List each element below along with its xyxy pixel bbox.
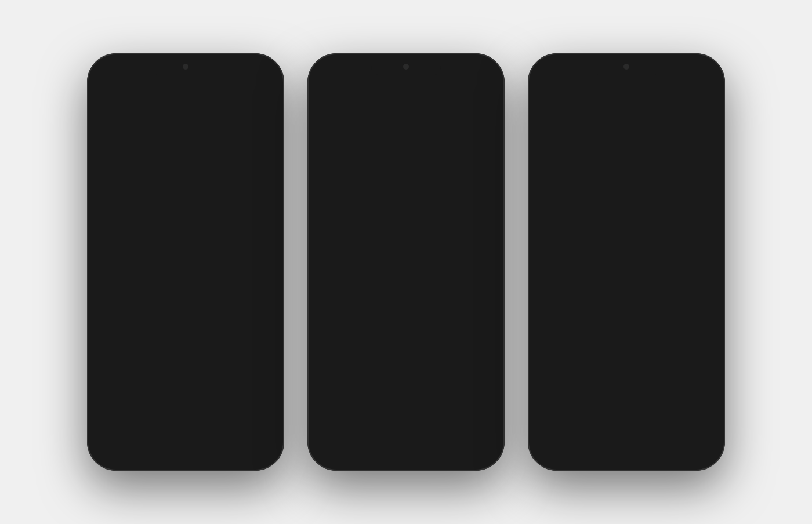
hero-image-2: CQC ★★★ OUTSTANDING The communityteam is…: [314, 127, 498, 243]
hospice-logo-small: ELH: [687, 227, 701, 234]
all-types-filter[interactable]: All types: [543, 202, 583, 215]
sky-bg: [94, 194, 277, 235]
email-suffix: for a chat!: [628, 187, 653, 194]
carousel-dot-2[interactable]: [400, 248, 404, 252]
twitter-share-button[interactable]: t: [137, 176, 150, 188]
events-title: Events: [535, 127, 718, 157]
support-us-label: SUPPORT US: [314, 256, 498, 271]
header-1: East Lancashire Hospice 🛒 ☰: [94, 75, 277, 101]
cart-icon-2[interactable]: 🛒: [463, 83, 474, 94]
event-date: 28 Oct 2019: [549, 310, 704, 316]
pinterest-share-button[interactable]: P: [154, 176, 166, 188]
cart-icon-1[interactable]: 🛒: [242, 83, 254, 94]
header-icons-2: 🛒 ☰: [463, 83, 490, 94]
screen-content-3: East Lancashire Hospice 🛒 ☰ Get in touch…: [535, 60, 718, 464]
phone-1: East Lancashire Hospice 🛒 ☰ Get in touch…: [87, 53, 284, 471]
doing-own-text: Doing your own thing?: [543, 187, 601, 194]
cqc-text: CQC ★★★ OUTSTANDING: [448, 132, 491, 136]
breadcrumb-1: Newsroom / 24 Sep 2019: [94, 127, 277, 140]
carousel-dot-4[interactable]: [415, 248, 419, 252]
action-bar-1: Get in touch DONATE: [94, 101, 277, 127]
svg-point-13: [332, 86, 338, 90]
menu-icon-2[interactable]: ☰: [481, 83, 490, 94]
menu-icon-3[interactable]: ☰: [702, 83, 710, 94]
share-count: 0: [186, 177, 200, 187]
get-in-touch-button-3[interactable]: Get in touch: [543, 106, 625, 122]
action-bar-3: Get in touch DONATE: [535, 101, 718, 127]
cqc-badge: CQC ★★★ OUTSTANDING: [445, 130, 494, 137]
people-silhouettes-2: [438, 279, 461, 302]
support-image-2: [407, 271, 492, 309]
facebook-share-button[interactable]: f: [121, 176, 134, 188]
filter-row: All types Upcoming: [535, 202, 718, 221]
event-name: Will Week 2019: [549, 300, 704, 308]
logo-area-2: East Lancashire Hospice: [322, 80, 373, 96]
svg-point-12: [324, 86, 329, 90]
upcoming-filter[interactable]: Upcoming: [588, 202, 632, 215]
will-title-text: Do you need to make a Will?: [549, 227, 644, 236]
header-2: East Lancashire Hospice 🛒 ☰: [314, 75, 498, 101]
svg-point-17: [544, 86, 550, 90]
person-silhouette-3: [438, 279, 448, 302]
support-images: [314, 271, 498, 309]
hero-tagline: Community support that's as individual a…: [324, 202, 488, 226]
will-text-overlay: Do you need to make a Will?: [549, 227, 644, 236]
hospice-sign-text: East Lancashire✿ Hospice: [221, 271, 261, 287]
email-us-link[interactable]: Email us: [602, 187, 626, 194]
get-in-touch-button-2[interactable]: Get in touch: [322, 106, 404, 122]
person-silhouette-2: [364, 279, 374, 302]
events-own-thing: Doing your own thing? Email us for a cha…: [535, 187, 718, 202]
people-silhouettes-1: [351, 279, 374, 302]
share-row-1: Share f t P + 0: [94, 176, 277, 194]
svg-point-15: [549, 81, 553, 87]
svg-point-11: [329, 89, 332, 95]
carousel-dot-3[interactable]: [408, 248, 412, 252]
person-head: [144, 210, 157, 223]
logo-flower-icon-1: [102, 80, 118, 96]
phone-screen-3: East Lancashire Hospice 🛒 ☰ Get in touch…: [535, 60, 718, 464]
logo-text-2: East Lancashire Hospice: [342, 80, 373, 96]
screen-content-1: East Lancashire Hospice 🛒 ☰ Get in touch…: [94, 60, 277, 464]
will-image-bg: Do you need to make a Will? East Will Te…: [543, 221, 709, 288]
person-silhouette: [140, 210, 160, 256]
hero-red-section: Community support that's as individual a…: [314, 185, 498, 243]
donate-button-3[interactable]: DONATE: [628, 106, 710, 122]
article-image-inner: East Lancashire✿ Hospice: [94, 194, 277, 296]
phone-2: East Lancashire Hospice 🛒 ☰ Get in touch…: [307, 53, 505, 471]
phone-screen-1: East Lancashire Hospice 🛒 ☰ Get in touch…: [94, 60, 277, 464]
carousel-dot-1[interactable]: [393, 248, 397, 252]
googleplus-share-button[interactable]: +: [170, 176, 183, 188]
article-image-1: East Lancashire✿ Hospice: [94, 194, 277, 296]
donate-button-1[interactable]: DONATE: [187, 106, 269, 122]
event-card-image: Do you need to make a Will? East Will Te…: [543, 221, 709, 288]
logo-text-3: East Lancashire Hospice: [562, 80, 593, 96]
will-script-text: East Will Testament: [676, 270, 701, 281]
get-in-touch-button-1[interactable]: Get in touch: [102, 106, 184, 122]
events-description: From a cup of coffee and a chat with you…: [535, 157, 718, 187]
action-bar-2: Get in touch DONATE: [314, 101, 498, 127]
article-body-1: Seventy-three-year-old Pat Foster took o…: [94, 296, 277, 328]
event-category: EVENTS: [549, 293, 704, 298]
header-3: East Lancashire Hospice 🛒 ☰: [535, 75, 718, 101]
menu-icon-1[interactable]: ☰: [261, 83, 269, 94]
face-shape: [382, 136, 414, 170]
logo-area-1: East Lancashire Hospice: [102, 80, 153, 96]
person-silhouette-4: [451, 279, 461, 302]
person-silhouette-1: [351, 279, 361, 302]
article-title-1: Those boots were made for walking!: [94, 140, 277, 176]
cart-icon-3[interactable]: 🛒: [683, 83, 695, 94]
article-body-2: Pat from Lower Darwen, has been a volunt…: [94, 328, 277, 336]
share-label-1: Share: [102, 179, 118, 185]
hero-person-section: CQC ★★★ OUTSTANDING The communityteam is…: [314, 127, 498, 187]
hospice-sign-1: East Lancashire✿ Hospice: [216, 268, 266, 290]
carousel-dots: [314, 243, 498, 256]
screen-content-2: East Lancashire Hospice 🛒 ☰ Get in touch…: [314, 60, 498, 464]
donate-button-2[interactable]: DONATE: [408, 106, 490, 122]
logo-flower-icon-2: [322, 80, 339, 96]
header-icons-3: 🛒 ☰: [683, 83, 710, 94]
svg-point-16: [549, 89, 553, 95]
support-image-1: [320, 271, 405, 309]
svg-point-10: [329, 81, 332, 87]
logo-area-3: East Lancashire Hospice: [543, 80, 593, 96]
event-card-will-week[interactable]: Do you need to make a Will? East Will Te…: [543, 221, 710, 321]
